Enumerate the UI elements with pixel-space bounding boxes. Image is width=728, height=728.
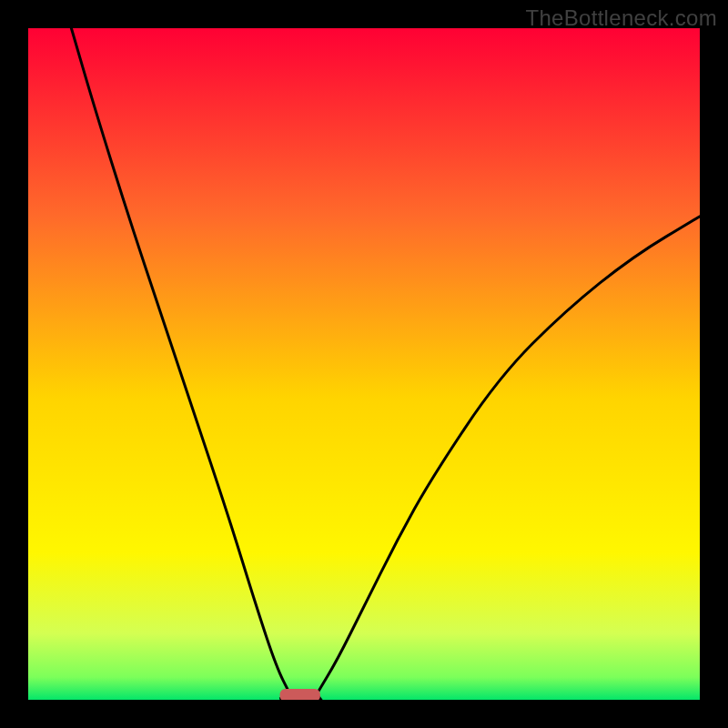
bottleneck-plot: TheBottleneck.com: [0, 0, 728, 728]
plot-svg: [0, 0, 728, 728]
minimum-marker: [280, 689, 320, 702]
gradient-panel: [27, 27, 701, 701]
watermark-text: TheBottleneck.com: [525, 5, 717, 31]
